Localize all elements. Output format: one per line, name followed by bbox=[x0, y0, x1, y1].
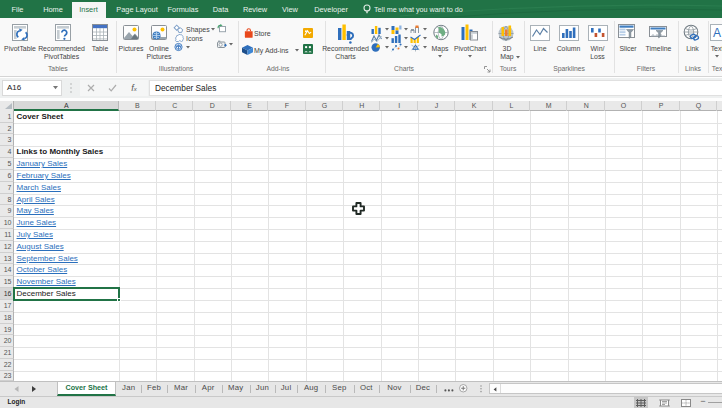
svg-text:A: A bbox=[713, 26, 721, 40]
